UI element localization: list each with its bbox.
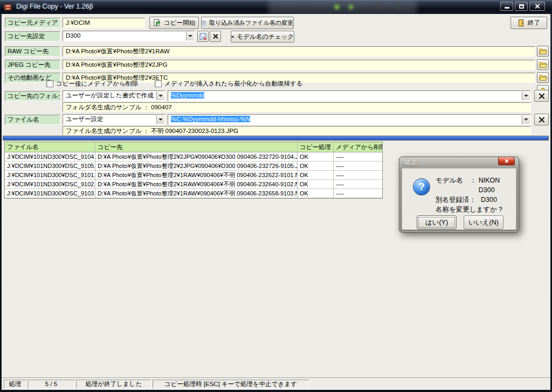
- model-name-label: モデル名 ：: [436, 176, 479, 195]
- table-row[interactable]: J:¥DCIM¥101ND300¥DSC_9102.NEFD:¥A Photo¥…: [5, 180, 382, 189]
- delete-setting-button[interactable]: [210, 31, 221, 42]
- table-cell: ----: [334, 162, 382, 171]
- jpeg-dest-label: JPEG コピー先: [5, 60, 60, 70]
- source-media-input[interactable]: J:¥DCIM: [63, 18, 145, 28]
- exit-button[interactable]: 終了: [510, 17, 547, 29]
- delete-after-copy-label: コピー後にメディアから削除: [56, 80, 138, 88]
- table-cell: OK: [298, 162, 334, 171]
- save-setting-button[interactable]: [197, 31, 209, 42]
- table-cell: ----: [334, 152, 382, 162]
- table-cell: J:¥DCIM¥101ND300¥DSC_9102.NEF: [5, 180, 95, 189]
- table-cell: D:¥A Photo¥仮置¥Photo整理2¥1RAW¥090406¥不明 09…: [95, 171, 298, 180]
- header-filename[interactable]: ファイル名: [5, 142, 95, 152]
- jpeg-folder-browse-button[interactable]: [537, 59, 549, 70]
- status-hint: コピー処理時 [ESC] キーで処理を中止できます: [153, 380, 309, 389]
- minimize-button[interactable]: [500, 2, 513, 11]
- filename-mode-value: ユーザー設定: [66, 116, 104, 122]
- header-copy-status[interactable]: コピー処理: [298, 142, 334, 152]
- table-cell: D:¥A Photo¥仮置¥Photo整理2¥2JPG¥090406¥D300 …: [95, 162, 298, 171]
- filename-sample-field: ファイル名生成のサンプル ： 不明 090407-230023-0123.JPG: [63, 126, 531, 135]
- header-destination[interactable]: コピー先: [95, 142, 298, 152]
- model-name-line: モデル名 ： NIKON D300: [436, 176, 516, 195]
- table-cell: ----: [334, 180, 382, 189]
- alias-value: D300: [481, 195, 497, 205]
- auto-restore-checkbox[interactable]: メディアが挿入されたら最小化から自動復帰する: [155, 80, 303, 88]
- raw-dest-label: RAW コピー先: [5, 46, 60, 57]
- filename-format-clear-button[interactable]: [534, 114, 549, 125]
- dialog-close-button[interactable]: [498, 157, 515, 165]
- folder-format-input[interactable]: %Dyymmdd: [168, 90, 531, 101]
- table-row[interactable]: J:¥DCIM¥101ND300¥DSC_9104.JPGD:¥A Photo¥…: [5, 152, 382, 162]
- table-cell: OK: [298, 171, 334, 180]
- status-message: 処理が終了しました: [76, 380, 151, 389]
- close-icon: [534, 3, 540, 9]
- header-media-delete[interactable]: メディアから削除: [334, 142, 382, 152]
- maximize-button[interactable]: [515, 2, 528, 11]
- close-button[interactable]: [529, 2, 545, 11]
- auto-restore-label: メディアが挿入されたら最小化から自動復帰する: [164, 80, 303, 88]
- no-button[interactable]: いいえ(N): [464, 215, 503, 229]
- copy-start-icon: [153, 19, 161, 27]
- status-bar: 処理 5 / 5 処理が終了しました コピー処理時 [ESC] キーで処理を中止…: [2, 378, 550, 390]
- dropdown-arrow-icon[interactable]: [186, 32, 194, 40]
- folder-icon: [539, 74, 547, 81]
- copy-start-button[interactable]: コピー開始: [149, 17, 199, 29]
- raw-folder-browse-button[interactable]: [537, 46, 549, 57]
- minimize-icon: [505, 7, 509, 9]
- progress-bar: [3, 136, 549, 141]
- jpeg-dest-field[interactable]: D:¥A Photo¥仮置¥Photo整理2¥2JPG: [63, 60, 535, 70]
- table-row[interactable]: J:¥DCIM¥101ND300¥DSC_9105.JPGD:¥A Photo¥…: [5, 162, 382, 171]
- dest-setting-combobox[interactable]: D300: [63, 31, 195, 41]
- rename-imported-button[interactable]: 取り込み済みファイル名の変更: [201, 17, 294, 29]
- folder-sample-field: フォルダ名生成のサンプル ： 090407: [63, 102, 531, 112]
- folder-mode-value: ユーザーが設定した書式で作成: [66, 92, 154, 99]
- filename-mode-combobox[interactable]: ユーザー設定: [63, 114, 165, 125]
- delete-after-copy-checkbox[interactable]: コピー後にメディアから削除: [46, 80, 138, 88]
- dialog-title: 確認: [404, 159, 417, 167]
- maximize-icon: [519, 4, 524, 9]
- table-cell: J:¥DCIM¥101ND300¥DSC_9105.JPG: [5, 162, 95, 171]
- dropdown-arrow-icon[interactable]: [156, 115, 164, 124]
- model-check-button[interactable]: モデル名のチェック: [231, 31, 294, 43]
- app-icon: [4, 3, 12, 11]
- folder-mode-combobox[interactable]: ユーザーが設定した書式で作成: [63, 90, 165, 101]
- file-list-table[interactable]: ファイル名 コピー先 コピー処理 メディアから削除 J:¥DCIM¥101ND3…: [4, 142, 383, 199]
- window-title: Digi File Copy - Ver 1.26β: [16, 3, 93, 10]
- dropdown-arrow-icon[interactable]: [522, 92, 530, 100]
- table-cell: OK: [298, 189, 334, 198]
- status-count: 5 / 5: [27, 380, 75, 389]
- filename-format-input[interactable]: %C %Dyymmdd-hhnnss-%N: [168, 114, 531, 125]
- table-row[interactable]: J:¥DCIM¥101ND300¥DSC_9103.NEFD:¥A Photo¥…: [5, 189, 382, 198]
- dest-setting-label: コピー先設定: [5, 31, 60, 41]
- checkbox-box[interactable]: [46, 80, 53, 87]
- question-line: 名称を変更しますか？: [436, 205, 516, 214]
- dropdown-arrow-icon[interactable]: [156, 92, 164, 100]
- other-folder-browse-button[interactable]: [537, 72, 549, 83]
- glass-reflection: [396, 4, 402, 10]
- file-table-body: J:¥DCIM¥101ND300¥DSC_9104.JPGD:¥A Photo¥…: [5, 152, 382, 198]
- checkbox-box[interactable]: [155, 80, 162, 87]
- question-mark-icon: ?: [413, 178, 430, 195]
- filename-label: ファイル名: [5, 115, 60, 125]
- rename-files-icon: [202, 19, 206, 27]
- status-mode: 処理: [4, 380, 26, 389]
- table-cell: OK: [298, 152, 334, 162]
- rename-imported-label: 取り込み済みファイル名の変更: [209, 19, 293, 27]
- table-cell: ----: [334, 189, 382, 198]
- glass-reflection: [348, 4, 354, 10]
- titlebar-glass: [268, 0, 417, 14]
- folder-format-clear-button[interactable]: [534, 90, 549, 102]
- table-cell: J:¥DCIM¥101ND300¥DSC_9103.NEF: [5, 189, 95, 198]
- glass-reflection: [376, 4, 382, 10]
- raw-dest-field[interactable]: D:¥A Photo¥仮置¥Photo整理2¥1RAW: [63, 46, 535, 57]
- table-header-row: ファイル名 コピー先 コピー処理 メディアから削除: [5, 142, 382, 152]
- folder-format-selected-text: %Dyymmdd: [171, 92, 204, 99]
- dest-setting-value: D300: [66, 32, 81, 39]
- table-cell: ----: [334, 171, 382, 180]
- dropdown-arrow-icon[interactable]: [522, 115, 530, 124]
- alias-line: 別名登録済： D300: [436, 195, 516, 205]
- table-row[interactable]: J:¥DCIM¥101ND300¥DSC_9101.NEFD:¥A Photo¥…: [5, 171, 382, 180]
- titlebar[interactable]: Digi File Copy - Ver 1.26β: [0, 0, 552, 14]
- dialog-text: モデル名 ： NIKON D300 別名登録済： D300 名称を変更しますか？: [436, 176, 516, 214]
- yes-button[interactable]: はい(Y): [417, 215, 457, 229]
